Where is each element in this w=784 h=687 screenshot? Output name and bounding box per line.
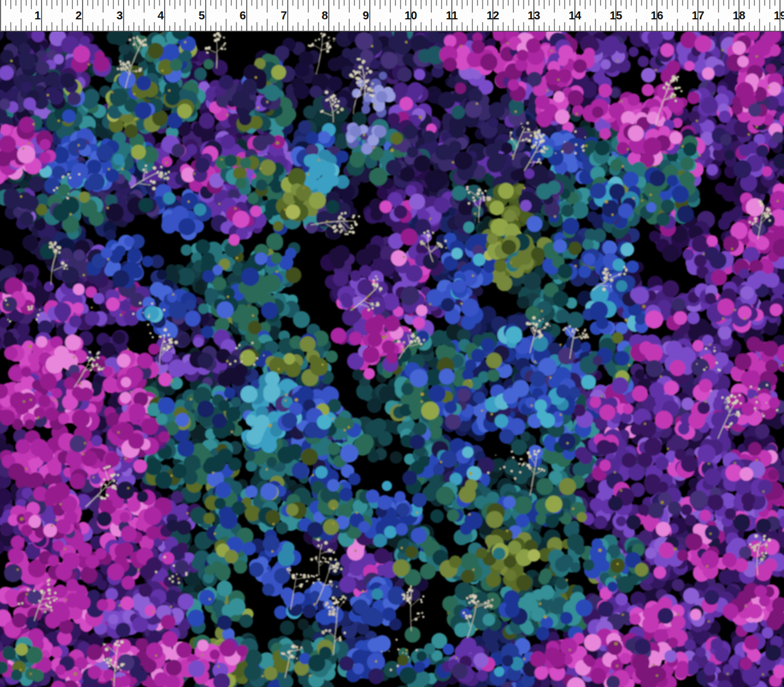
svg-text:5: 5 <box>198 9 205 22</box>
svg-text:2: 2 <box>75 9 81 22</box>
svg-text:3: 3 <box>116 9 122 22</box>
svg-text:19: 19 <box>774 9 784 22</box>
svg-text:7: 7 <box>280 9 287 22</box>
svg-text:6: 6 <box>239 9 246 22</box>
svg-text:14: 14 <box>569 9 582 22</box>
svg-text:13: 13 <box>528 9 540 22</box>
svg-text:9: 9 <box>362 9 369 22</box>
svg-text:10: 10 <box>405 9 417 22</box>
svg-text:4: 4 <box>157 9 164 22</box>
svg-text:12: 12 <box>487 9 499 22</box>
svg-text:17: 17 <box>692 9 704 22</box>
svg-text:8: 8 <box>321 9 328 22</box>
svg-text:16: 16 <box>651 9 663 22</box>
svg-text:11: 11 <box>446 9 458 22</box>
svg-text:1: 1 <box>34 9 40 22</box>
svg-text:15: 15 <box>610 9 622 22</box>
svg-text:18: 18 <box>733 9 745 22</box>
